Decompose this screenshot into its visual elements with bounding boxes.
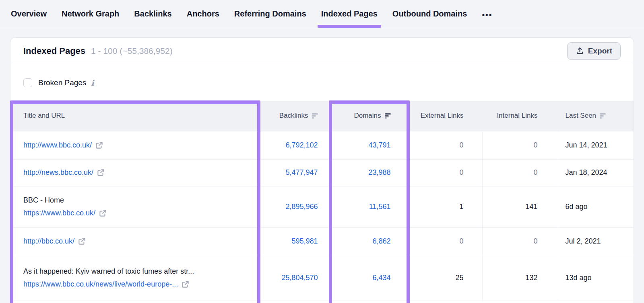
tab-outbound-domains[interactable]: Outbound Domains: [392, 0, 467, 28]
column-header-title-url[interactable]: Title and URL: [10, 101, 261, 131]
column-header-internal-links[interactable]: Internal Links: [482, 101, 558, 131]
column-header-external-links[interactable]: External Links: [408, 101, 482, 131]
sort-icon: [312, 113, 318, 119]
last-seen-value: Jun 14, 2021: [566, 141, 607, 149]
page-title-text: BBC - Home: [23, 196, 261, 205]
internal-links-count: 132: [525, 274, 537, 282]
column-label: External Links: [421, 112, 464, 120]
indexed-pages-table: Title and URL Backlinks Domains External…: [10, 101, 634, 301]
table-row: http://news.bbc.co.uk/ 5,477,947 23,988 …: [10, 159, 634, 186]
table-row: BBC - Home https://www.bbc.co.uk/ 2,895,…: [10, 186, 634, 227]
broken-pages-label: Broken Pages: [38, 78, 86, 87]
backlinks-count[interactable]: 595,981: [291, 237, 318, 245]
more-tabs-button[interactable]: •••: [482, 0, 492, 28]
backlinks-count[interactable]: 5,477,947: [285, 168, 318, 176]
tab-referring-domains[interactable]: Referring Domains: [234, 0, 306, 28]
result-range-text: 1 - 100 (~55,386,952): [91, 46, 173, 56]
internal-links-count: 141: [525, 203, 537, 211]
column-header-last-seen[interactable]: Last Seen: [558, 101, 634, 131]
column-label: Internal Links: [497, 112, 537, 120]
domains-count[interactable]: 6,434: [372, 274, 390, 282]
external-link-icon[interactable]: [97, 169, 105, 176]
column-header-backlinks[interactable]: Backlinks: [261, 101, 329, 131]
filter-row: Broken Pages i: [10, 64, 634, 101]
export-button[interactable]: Export: [567, 42, 621, 60]
indexed-pages-panel: Indexed Pages 1 - 100 (~55,386,952) Expo…: [10, 37, 634, 303]
page-url-link[interactable]: http://news.bbc.co.uk/: [23, 168, 93, 177]
last-seen-value: 13d ago: [566, 274, 592, 282]
column-label: Title and URL: [23, 112, 65, 119]
sort-icon: [600, 113, 606, 119]
table-row: http://www.bbc.co.uk/ 6,792,102 43,791 0…: [10, 131, 634, 159]
domains-count[interactable]: 6,862: [372, 237, 390, 245]
column-label: Domains: [354, 112, 381, 120]
last-seen-value: 6d ago: [566, 203, 588, 211]
internal-links-count: 0: [533, 237, 537, 245]
page-title: Indexed Pages: [23, 46, 85, 56]
page-url-link[interactable]: http://bbc.co.uk/: [23, 237, 74, 246]
external-link-icon[interactable]: [78, 237, 86, 245]
table-row: As it happened: Kyiv warned of toxic fum…: [10, 255, 634, 301]
external-link-icon[interactable]: [99, 209, 107, 217]
tab-backlinks[interactable]: Backlinks: [134, 0, 171, 28]
backlinks-count[interactable]: 25,804,570: [281, 274, 318, 282]
sort-active-icon: [385, 113, 391, 119]
external-links-count: 0: [459, 237, 463, 245]
tab-network-graph[interactable]: Network Graph: [62, 0, 119, 28]
domains-count[interactable]: 23,988: [368, 168, 390, 176]
external-links-count: 0: [459, 141, 463, 149]
column-label: Last Seen: [566, 112, 597, 120]
backlinks-count[interactable]: 6,792,102: [285, 141, 318, 149]
tab-indexed-pages[interactable]: Indexed Pages: [321, 0, 378, 28]
external-links-count: 25: [455, 274, 463, 282]
external-link-icon[interactable]: [182, 280, 189, 288]
external-link-icon[interactable]: [95, 141, 103, 149]
tab-anchors[interactable]: Anchors: [187, 0, 219, 28]
page-url-link[interactable]: https://www.bbc.co.uk/news/live/world-eu…: [23, 280, 178, 289]
column-header-domains[interactable]: Domains: [329, 101, 408, 131]
external-links-count: 1: [459, 203, 463, 211]
backlinks-count[interactable]: 2,895,966: [285, 203, 318, 211]
report-tab-bar: Overview Network Graph Backlinks Anchors…: [0, 0, 644, 28]
broken-pages-checkbox[interactable]: [23, 78, 32, 87]
page-url-link[interactable]: http://www.bbc.co.uk/: [23, 141, 92, 149]
page-title-text: As it happened: Kyiv warned of toxic fum…: [23, 267, 261, 276]
column-label: Backlinks: [279, 112, 308, 120]
page-url-link[interactable]: https://www.bbc.co.uk/: [23, 209, 95, 217]
internal-links-count: 0: [533, 141, 537, 149]
panel-header: Indexed Pages 1 - 100 (~55,386,952) Expo…: [10, 38, 634, 64]
upload-icon: [576, 47, 584, 55]
table-header-row: Title and URL Backlinks Domains External…: [10, 101, 634, 131]
domains-count[interactable]: 11,561: [369, 203, 391, 211]
export-label: Export: [588, 47, 612, 55]
internal-links-count: 0: [533, 168, 537, 176]
tab-overview[interactable]: Overview: [11, 0, 47, 28]
last-seen-value: Jan 18, 2024: [566, 168, 607, 176]
info-icon[interactable]: i: [91, 78, 94, 87]
table-row: http://bbc.co.uk/ 595,981 6,862 0 0 Jul …: [10, 227, 634, 255]
external-links-count: 0: [459, 168, 463, 176]
last-seen-value: Jul 2, 2021: [566, 237, 601, 245]
domains-count[interactable]: 43,791: [368, 141, 390, 149]
